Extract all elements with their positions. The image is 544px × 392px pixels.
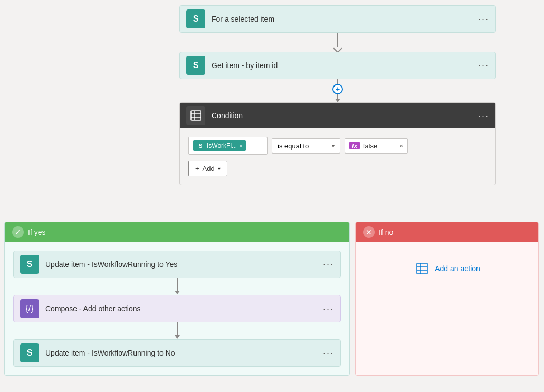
branch-yes-label: If yes	[28, 228, 45, 236]
branch-yes: ✓ If yes S Update item - IsWorkflowRunni…	[4, 222, 350, 376]
tag-sharepoint-icon: S	[196, 141, 205, 150]
branch-yes-card2-more[interactable]: ···	[323, 303, 334, 314]
step1-title: For a selected item	[212, 15, 478, 23]
step1-more-button[interactable]: ···	[478, 14, 489, 25]
flow-container: S For a selected item ··· S Get item - b…	[179, 5, 496, 185]
arrow-1	[179, 33, 496, 52]
condition-operator-label: is equal to	[278, 142, 309, 150]
check-icon: ✓	[12, 226, 24, 238]
condition-right-value[interactable]: fx false ×	[345, 138, 408, 154]
branch-yes-card2-icon: {/}	[20, 299, 39, 318]
branch-yes-card3-more[interactable]: ···	[323, 348, 334, 359]
condition-icon	[186, 106, 205, 125]
false-value-label: false	[363, 142, 377, 150]
condition-tag-close[interactable]: ×	[239, 142, 242, 149]
add-label: Add	[203, 165, 215, 173]
branch-yes-card2-title: Compose - Add other actions	[45, 304, 323, 313]
x-icon: ✕	[363, 226, 375, 238]
branch-no: ✕ If no Add an action	[355, 222, 539, 376]
canvas: S For a selected item ··· S Get item - b…	[0, 0, 544, 392]
add-action-table-icon	[414, 260, 431, 277]
condition-title: Condition	[212, 111, 478, 120]
false-value-close[interactable]: ×	[400, 142, 403, 149]
fx-badge: fx	[349, 142, 360, 149]
branch-yes-header: ✓ If yes	[5, 222, 349, 242]
add-action-button[interactable]: Add an action	[409, 256, 484, 281]
add-step-plus-button[interactable]: +	[332, 84, 343, 94]
branch-yes-card3[interactable]: S Update item - IsWorkflowRunning to No …	[13, 339, 341, 367]
condition-row: S IsWorkFl... × is equal to ▾ fx false	[188, 137, 487, 155]
condition-card: Condition ··· S IsWorkFl... × is e	[179, 102, 496, 185]
add-chevron-icon: ▾	[218, 166, 221, 171]
branch-yes-content: S Update item - IsWorkflowRunning to Yes…	[5, 242, 349, 375]
add-icon: +	[195, 165, 199, 173]
condition-table-icon	[190, 110, 202, 121]
condition-left-value[interactable]: S IsWorkFl... ×	[188, 137, 268, 155]
condition-operator-dropdown[interactable]: is equal to ▾	[272, 138, 340, 154]
chevron-down-icon: ▾	[332, 143, 335, 149]
branch-yes-card3-icon: S	[20, 343, 39, 362]
branch-yes-card1[interactable]: S Update item - IsWorkflowRunning to Yes…	[13, 251, 341, 278]
step2-icon: S	[186, 56, 205, 75]
add-step-connector: +	[179, 79, 496, 102]
branch-yes-card3-title: Update item - IsWorkflowRunning to No	[45, 349, 323, 357]
branch-yes-card2[interactable]: {/} Compose - Add other actions ···	[13, 295, 341, 322]
branches-container: ✓ If yes S Update item - IsWorkflowRunni…	[0, 222, 544, 376]
condition-more-button[interactable]: ···	[478, 110, 489, 121]
condition-body: S IsWorkFl... × is equal to ▾ fx false	[180, 128, 495, 185]
add-action-label: Add an action	[435, 264, 480, 273]
yes-branch-arrow2	[175, 322, 180, 339]
branch-yes-card1-icon: S	[20, 255, 39, 274]
branch-no-content: Add an action	[356, 242, 538, 295]
condition-header: Condition ···	[180, 103, 495, 128]
step2-card[interactable]: S Get item - by item id ···	[179, 52, 496, 79]
yes-branch-arrow1	[175, 278, 180, 295]
branch-yes-card1-more[interactable]: ···	[323, 259, 334, 270]
condition-tag: S IsWorkFl... ×	[193, 140, 246, 151]
step1-card[interactable]: S For a selected item ···	[179, 5, 496, 33]
step2-title: Get item - by item id	[212, 61, 478, 70]
add-condition-button[interactable]: + Add ▾	[188, 161, 227, 176]
svg-rect-0	[191, 111, 201, 120]
step1-icon: S	[186, 9, 205, 28]
condition-tag-label: IsWorkFl...	[207, 142, 237, 149]
branch-no-label: If no	[379, 228, 393, 236]
step2-more-button[interactable]: ···	[478, 60, 489, 71]
svg-rect-4	[417, 263, 427, 274]
branch-no-header: ✕ If no	[356, 222, 538, 242]
branch-yes-card1-title: Update item - IsWorkflowRunning to Yes	[45, 260, 323, 269]
